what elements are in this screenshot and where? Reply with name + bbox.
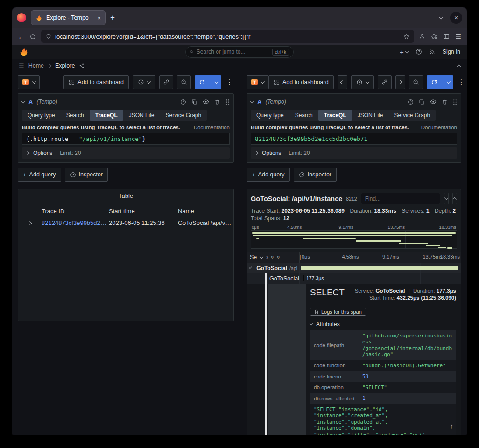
query-help-icon[interactable]: [408, 99, 414, 105]
url-input[interactable]: [55, 33, 400, 40]
attribute-row[interactable]: code.filepath "github.com/superseriousbu…: [310, 330, 456, 360]
time-picker-button[interactable]: [133, 75, 155, 89]
new-tab-button[interactable]: [110, 13, 115, 22]
account-icon[interactable]: [419, 33, 425, 40]
minimap-band[interactable]: [251, 230, 457, 249]
delete-query-icon[interactable]: [442, 99, 448, 105]
collapse-span-icon[interactable]: [249, 266, 252, 269]
drag-handle-icon[interactable]: [225, 99, 230, 105]
extensions-icon[interactable]: [431, 33, 437, 40]
inspector-button[interactable]: Inspector: [294, 168, 337, 182]
duplicate-query-icon[interactable]: [419, 99, 425, 105]
tab-traceql[interactable]: TraceQL: [318, 110, 352, 121]
tab-close-icon[interactable]: [97, 14, 101, 21]
attribute-row[interactable]: "SELECT "instance"."id", "instance"."cre…: [310, 404, 456, 435]
pane-kebab-menu[interactable]: [225, 78, 234, 86]
hide-query-icon[interactable]: [430, 98, 437, 105]
attribute-row[interactable]: db.operation "SELECT": [310, 382, 456, 393]
span-row-selected[interactable]: GoToSocial 177.3μs: [247, 273, 461, 284]
list-tabs-icon[interactable]: [439, 15, 443, 19]
menu-icon[interactable]: [455, 33, 461, 40]
hide-query-icon[interactable]: [203, 98, 209, 105]
global-search[interactable]: ctrl+k: [185, 46, 294, 58]
window-close-button[interactable]: [450, 12, 462, 24]
search-input[interactable]: [197, 49, 269, 55]
browser-tab[interactable]: Explore - Tempo: [31, 10, 106, 25]
grafana-logo[interactable]: [19, 47, 29, 57]
attribute-row[interactable]: code.lineno 58: [310, 371, 456, 382]
expand-one-icon[interactable]: [266, 254, 268, 260]
expand-all-icon[interactable]: [276, 256, 282, 259]
collapse-query-icon[interactable]: [250, 99, 254, 103]
span-row-root[interactable]: GoToSocial /api: [247, 263, 461, 273]
attributes-accordion[interactable]: Attributes: [310, 321, 456, 328]
table-row[interactable]: 82124873cf3e99b5d2e1... 2023-06-05 11:25…: [18, 217, 233, 229]
add-to-dashboard-button[interactable]: Add to dashboard: [63, 75, 129, 89]
share-icon[interactable]: [79, 63, 85, 69]
shift-time-forward-button[interactable]: [395, 75, 405, 89]
inspector-button[interactable]: Inspector: [65, 168, 108, 182]
chevron-down-icon[interactable]: [260, 254, 263, 258]
logs-for-span-button[interactable]: Logs for this span: [310, 308, 366, 316]
query-help-icon[interactable]: [180, 99, 186, 105]
breadcrumb-home[interactable]: Home: [28, 63, 44, 69]
find-prev-button[interactable]: [452, 193, 457, 204]
copy-link-button[interactable]: [378, 75, 392, 89]
add-query-button[interactable]: Add query: [18, 168, 61, 182]
scroll-to-top-icon[interactable]: [450, 422, 454, 430]
time-picker-button[interactable]: [351, 75, 374, 89]
tab-search[interactable]: Search: [289, 110, 318, 121]
find-next-button[interactable]: [444, 193, 449, 204]
documentation-link[interactable]: Documentation: [194, 125, 230, 130]
back-button[interactable]: [18, 33, 25, 41]
zoom-out-button[interactable]: [409, 75, 423, 89]
query-options-row[interactable]: Options Limit: 20: [251, 147, 457, 159]
scroll-top-icon[interactable]: [457, 64, 461, 68]
find-input[interactable]: [361, 193, 440, 204]
new-menu-button[interactable]: [400, 48, 409, 56]
trace-id-link[interactable]: 82124873cf3e99b5d2e1...: [42, 219, 109, 226]
duplicate-query-icon[interactable]: [191, 99, 197, 105]
add-query-button[interactable]: Add query: [247, 168, 290, 182]
trace-minimap[interactable]: 0μs 4.58ms 9.17ms 13.75ms 18.33ms: [251, 224, 457, 249]
shield-icon[interactable]: [46, 34, 51, 39]
bookmark-star-icon[interactable]: [403, 34, 409, 40]
attribute-row[interactable]: db.rows_affected 1: [310, 393, 456, 404]
tab-service-graph[interactable]: Service Graph: [388, 110, 436, 121]
tab-query-type[interactable]: Query type: [22, 110, 61, 121]
datasource-picker[interactable]: [18, 75, 40, 89]
documentation-link[interactable]: Documentation: [421, 125, 457, 130]
span-timeline[interactable]: [299, 263, 461, 273]
add-to-dashboard-button[interactable]: Add to dashboard: [268, 75, 334, 89]
sign-in-link[interactable]: Sign in: [443, 49, 460, 55]
mega-menu-icon[interactable]: [19, 63, 24, 70]
span-duration-bar[interactable]: [301, 266, 458, 270]
delete-query-icon[interactable]: [214, 99, 220, 105]
help-icon[interactable]: [416, 49, 422, 55]
traceql-code-editor[interactable]: {.http.route = "/api/v1/instance"}: [22, 133, 230, 145]
col-header-start-time[interactable]: Start time: [109, 208, 178, 215]
tab-service-graph[interactable]: Service Graph: [160, 110, 207, 121]
drag-handle-icon[interactable]: [453, 99, 457, 105]
tab-json-file[interactable]: JSON File: [123, 110, 160, 121]
panel-title[interactable]: Table: [18, 189, 233, 199]
firefox-view-icon[interactable]: [17, 13, 26, 22]
tab-traceql[interactable]: TraceQL: [90, 110, 123, 121]
news-rss-icon[interactable]: [429, 49, 436, 55]
expand-row-icon[interactable]: [28, 221, 32, 224]
run-query-button[interactable]: [427, 75, 453, 89]
span-timeline[interactable]: 177.3μs: [299, 273, 461, 284]
run-query-button[interactable]: [195, 75, 221, 89]
tab-query-type[interactable]: Query type: [251, 110, 289, 121]
reload-button[interactable]: [29, 33, 36, 40]
col-header-name[interactable]: Name: [178, 208, 233, 215]
traceql-code-editor[interactable]: 82124873cf3e99b5d2e1cc5d2bc0eb71: [251, 133, 457, 145]
run-query-interval-dropdown[interactable]: [444, 76, 453, 89]
collapse-query-icon[interactable]: [21, 99, 25, 103]
datasource-picker[interactable]: [247, 75, 268, 89]
query-options-row[interactable]: Options Limit: 20: [22, 147, 230, 159]
copy-link-button[interactable]: [159, 75, 173, 89]
url-bar[interactable]: [41, 30, 414, 43]
tab-json-file[interactable]: JSON File: [352, 110, 389, 121]
col-header-trace-id[interactable]: Trace ID: [42, 208, 109, 215]
